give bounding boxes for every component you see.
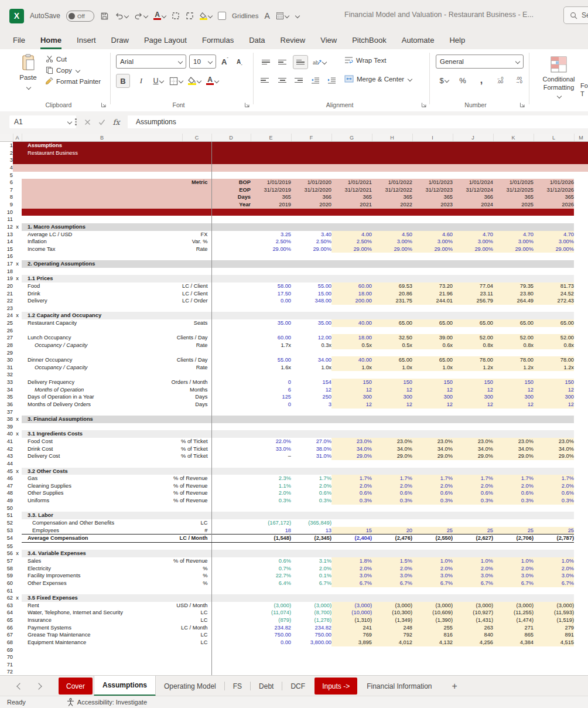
cell-B25[interactable]: Restaurant CapacitySeats (22, 319, 211, 327)
decrease-decimal-button[interactable]: .00→0 (513, 74, 525, 87)
sheet-tab-debt[interactable]: Debt (251, 676, 282, 696)
cell-L72[interactable] (534, 668, 574, 675)
cell-F16[interactable] (291, 253, 331, 260)
cell-D28[interactable] (211, 342, 251, 349)
cell-L15[interactable]: 29.00% (534, 246, 574, 253)
cell-B18[interactable] (22, 268, 211, 275)
cell-A47[interactable] (13, 482, 22, 490)
cell-B52[interactable]: Compensation and Other BenefitsLC (22, 519, 211, 527)
cell-G69[interactable] (331, 646, 372, 654)
cell-A71[interactable] (13, 661, 22, 669)
cell-G47[interactable]: 2.0% (331, 482, 372, 490)
cell-F17[interactable] (291, 260, 331, 268)
cell-L53[interactable]: 25 (534, 527, 574, 535)
save-icon[interactable] (100, 12, 109, 21)
menu-data[interactable]: Data (249, 36, 265, 49)
cell-D69[interactable] (211, 646, 251, 654)
cell-D10[interactable] (211, 209, 251, 216)
cell-L13[interactable]: 4.70 (534, 231, 574, 239)
cell-M9[interactable] (574, 201, 588, 209)
cell-E58[interactable]: 0.7% (251, 565, 291, 573)
cell-K37[interactable] (493, 409, 534, 416)
cell-I60[interactable]: 6.7% (412, 580, 453, 587)
cell-G14[interactable]: 2.50% (331, 238, 372, 246)
cell-K40[interactable] (493, 430, 534, 438)
cell-I66[interactable]: 255 (412, 624, 453, 632)
cell-L5[interactable] (534, 172, 574, 179)
cell-B58[interactable]: Electricity% (22, 565, 211, 573)
cell-J39[interactable] (453, 423, 493, 431)
cell-D1[interactable] (211, 142, 251, 149)
cell-F7[interactable]: 31/12/2020 (291, 186, 331, 194)
cell-H31[interactable]: 1.0x (372, 364, 412, 372)
toolbar-overflow-button[interactable] (295, 14, 299, 18)
cell-G59[interactable]: 3.0% (331, 572, 372, 580)
cell-I68[interactable]: 4,132 (412, 639, 453, 646)
cell-D2[interactable] (211, 149, 251, 157)
cell-H63[interactable]: (3,000) (372, 602, 412, 610)
cell-B30[interactable]: Dinner OccupancyClients / Day (22, 356, 211, 364)
cell-B36[interactable]: Months of Delivery OrdersDays (22, 401, 211, 409)
cell-M17[interactable] (574, 260, 588, 268)
cell-G7[interactable]: 31/12/2021 (331, 186, 372, 194)
cell-G64[interactable]: (10,000) (331, 609, 372, 617)
cell-A70[interactable] (13, 653, 22, 661)
row-header-36[interactable]: 36 (0, 401, 13, 409)
cell-F27[interactable]: 12.00 (291, 334, 331, 342)
cell-F35[interactable]: 250 (291, 393, 331, 401)
cell-H2[interactable] (372, 149, 412, 157)
cell-J54[interactable]: (2,627) (453, 535, 493, 543)
cell-M18[interactable] (574, 268, 588, 275)
table-style-icon[interactable] (276, 12, 289, 20)
cell-B16[interactable] (22, 253, 211, 260)
cell-L21[interactable]: 24.52 (534, 290, 574, 298)
col-header-H[interactable]: H (372, 134, 412, 142)
col-header-B[interactable]: B (22, 134, 182, 142)
cell-F43[interactable]: 31.0% (291, 452, 331, 460)
cell-M70[interactable] (574, 653, 588, 661)
cell-F15[interactable]: 29.00% (291, 246, 331, 253)
cell-A26[interactable] (13, 327, 22, 335)
cell-A57[interactable] (13, 557, 22, 565)
cell-K69[interactable] (493, 646, 534, 654)
cell-F9[interactable]: 2020 (291, 201, 331, 209)
row-header-57[interactable]: 57 (0, 557, 13, 565)
sheet-nav-right-icon[interactable] (35, 683, 42, 689)
cell-H44[interactable] (372, 460, 412, 468)
menu-view[interactable]: View (320, 36, 337, 49)
cell-L16[interactable] (534, 253, 574, 260)
cell-L27[interactable]: 52.00 (534, 334, 574, 342)
cell-A52[interactable] (13, 519, 22, 527)
cell-E35[interactable]: 125 (251, 393, 291, 401)
cell-G62[interactable] (331, 594, 372, 602)
cell-J33[interactable]: 150 (453, 379, 493, 386)
cell-A27[interactable] (13, 334, 22, 342)
cell-D38[interactable] (211, 416, 251, 423)
cell-I6[interactable]: 1/01/2023 (412, 179, 453, 186)
cell-F28[interactable]: 0.3x (291, 342, 331, 349)
cell-K30[interactable]: 78.00 (493, 356, 534, 364)
cell-D20[interactable] (211, 282, 251, 290)
menu-review[interactable]: Review (281, 36, 306, 49)
cell-M59[interactable] (574, 572, 588, 580)
cell-H15[interactable]: 29.00% (372, 246, 412, 253)
cell-B60[interactable]: Other Expenses% (22, 580, 211, 587)
cell-B19[interactable]: 1.1 Prices (22, 275, 211, 282)
cell-D62[interactable] (211, 594, 251, 602)
cell-F12[interactable] (291, 223, 331, 231)
cell-H58[interactable]: 2.0% (372, 565, 412, 573)
cell-G36[interactable]: 12 (331, 401, 372, 409)
cell-D32[interactable] (211, 371, 251, 379)
cell-E60[interactable]: 6.4% (251, 580, 291, 587)
cell-F2[interactable] (291, 149, 331, 157)
cell-F8[interactable]: 366 (291, 193, 331, 201)
cell-G55[interactable] (331, 542, 372, 550)
cell-G40[interactable] (331, 430, 372, 438)
cell-L7[interactable]: 31/12/2026 (534, 186, 574, 194)
cell-L71[interactable] (534, 661, 574, 669)
gridlines-checkbox[interactable] (218, 12, 226, 20)
cell-A32[interactable] (13, 371, 22, 379)
cell-J57[interactable]: 1.0% (453, 557, 493, 565)
cell-B47[interactable]: Cleaning Supplies% of Revenue (22, 482, 211, 490)
cell-L37[interactable] (534, 409, 574, 416)
